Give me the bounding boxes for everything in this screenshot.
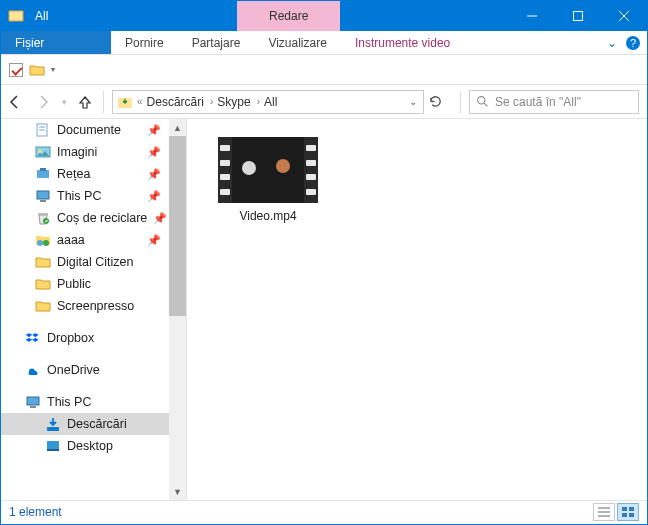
tree-item: Documente📌 (1, 119, 169, 141)
svg-text:?: ? (630, 37, 636, 49)
close-button[interactable] (601, 1, 647, 31)
ribbon-tab-file[interactable]: Fișier (1, 31, 111, 54)
tree-item-dropbox: Dropbox (1, 327, 169, 349)
svg-rect-26 (47, 449, 59, 451)
explorer-body: Documente📌 Imagini📌 Rețea📌 This PC📌 Coș … (1, 119, 647, 500)
scrollbar-thumb[interactable] (169, 136, 186, 316)
recent-locations-button[interactable]: ▾ (57, 88, 71, 116)
back-button[interactable] (1, 88, 29, 116)
svg-rect-24 (30, 406, 36, 408)
svg-rect-0 (9, 11, 23, 21)
item-count: 1 element (9, 505, 62, 519)
tree-item-this-pc: This PC (1, 391, 169, 413)
ribbon-expand-icon[interactable]: ⌄ (607, 36, 617, 50)
minimize-button[interactable] (509, 1, 555, 31)
scroll-down-icon[interactable]: ▼ (169, 483, 186, 500)
tree-item-desktop: Desktop (1, 435, 169, 457)
tree[interactable]: Documente📌 Imagini📌 Rețea📌 This PC📌 Coș … (1, 119, 169, 500)
file-pane[interactable]: Video.mp4 (187, 119, 647, 500)
svg-point-21 (43, 240, 49, 246)
chevron-icon: « (137, 96, 143, 107)
svg-rect-33 (629, 513, 634, 517)
svg-rect-25 (47, 441, 59, 449)
tree-item: Coș de reciclare📌 (1, 207, 169, 229)
address-dropdown-icon[interactable]: ⌄ (409, 96, 417, 107)
tree-item: Public (1, 273, 169, 295)
file-item[interactable]: Video.mp4 (213, 137, 323, 223)
folder-icon (29, 62, 45, 78)
scroll-up-icon[interactable]: ▲ (169, 119, 186, 136)
contextual-tab-header: Redare (237, 1, 340, 31)
crumb-2[interactable]: Skype (217, 95, 250, 109)
svg-rect-23 (27, 397, 39, 405)
crumb-3[interactable]: All (264, 95, 277, 109)
help-icon[interactable]: ? (625, 35, 641, 51)
details-view-button[interactable] (593, 503, 615, 521)
icons-view-button[interactable] (617, 503, 639, 521)
forward-button[interactable] (29, 88, 57, 116)
search-placeholder: Se caută în "All" (495, 95, 581, 109)
tree-item: Screenpresso (1, 295, 169, 317)
address-bar: ▾ « Descărcări› Skype› All ⌄ Se caută în… (1, 85, 647, 119)
tree-item: Rețea📌 (1, 163, 169, 185)
download-folder-icon (117, 94, 133, 110)
svg-rect-30 (622, 507, 627, 511)
svg-rect-32 (622, 513, 627, 517)
ribbon-tab-view[interactable]: Vizualizare (254, 31, 340, 54)
ribbon-tab-home[interactable]: Pornire (111, 31, 178, 54)
ribbon-tab-video-tools[interactable]: Instrumente video (341, 31, 464, 54)
svg-line-9 (484, 103, 487, 106)
search-box[interactable]: Se caută în "All" (469, 90, 639, 114)
tree-item: Digital Citizen (1, 251, 169, 273)
breadcrumb-bar[interactable]: « Descărcări› Skype› All ⌄ (112, 90, 424, 114)
pin-icon: 📌 (147, 124, 161, 137)
tree-item: aaaa📌 (1, 229, 169, 251)
up-button[interactable] (71, 88, 99, 116)
tree-item: This PC📌 (1, 185, 169, 207)
search-icon (476, 95, 489, 108)
tree-item: Imagini📌 (1, 141, 169, 163)
refresh-button[interactable] (428, 94, 456, 109)
app-icon (1, 1, 31, 31)
svg-rect-31 (629, 507, 634, 511)
properties-checkbox-icon[interactable] (9, 63, 23, 77)
navigation-pane: Documente📌 Imagini📌 Rețea📌 This PC📌 Coș … (1, 119, 187, 500)
ribbon-tabs: Fișier Pornire Partajare Vizualizare Ins… (1, 31, 647, 55)
file-name: Video.mp4 (213, 209, 323, 223)
svg-rect-17 (37, 191, 49, 199)
svg-rect-16 (40, 168, 46, 171)
video-thumbnail (218, 137, 318, 203)
svg-rect-18 (40, 200, 46, 202)
svg-point-14 (39, 150, 42, 153)
tree-item-downloads[interactable]: Descărcări (1, 413, 169, 435)
quick-access-toolbar: ▾ (1, 55, 647, 85)
svg-rect-19 (38, 213, 48, 215)
svg-point-8 (478, 97, 485, 104)
status-bar: 1 element (1, 500, 647, 522)
svg-point-22 (37, 240, 43, 246)
title-bar: All Redare (1, 1, 647, 31)
sidebar-scrollbar[interactable]: ▲ ▼ (169, 119, 186, 500)
qat-dropdown-icon[interactable]: ▾ (51, 65, 55, 74)
svg-rect-15 (37, 170, 49, 178)
crumb-1[interactable]: Descărcări (147, 95, 204, 109)
tree-item-onedrive: OneDrive (1, 359, 169, 381)
svg-point-20 (43, 218, 49, 224)
maximize-button[interactable] (555, 1, 601, 31)
window-title: All (31, 1, 68, 31)
ribbon-tab-share[interactable]: Partajare (178, 31, 255, 54)
svg-rect-2 (574, 12, 583, 21)
